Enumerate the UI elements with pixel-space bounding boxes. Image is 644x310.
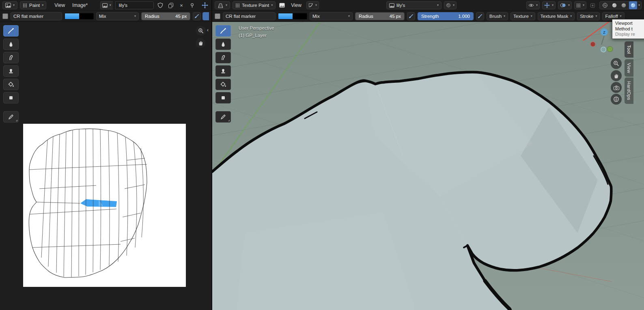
- tool-soften[interactable]: [3, 39, 19, 50]
- brush-color-swatches[interactable]: [278, 13, 307, 19]
- gizmo-y-ball[interactable]: [601, 47, 606, 52]
- strength-slider[interactable]: Strength 1.000: [418, 12, 474, 20]
- radius-pressure-toggle[interactable]: [193, 12, 201, 20]
- tool-mask[interactable]: [215, 92, 231, 103]
- tool-draw[interactable]: [3, 25, 19, 37]
- mask-icon: [220, 95, 226, 101]
- camera-view-icon[interactable]: [611, 82, 622, 93]
- image-editor-header: ▾ Paint ▾ View Image* ▾ lily's ×: [0, 0, 211, 11]
- primary-color-swatch[interactable]: [65, 13, 79, 19]
- tool-soften[interactable]: [215, 39, 231, 50]
- sphere-falloff-dropdown[interactable]: ▾: [444, 1, 457, 9]
- object-visibility-dropdown[interactable]: ▾: [526, 1, 540, 9]
- paint-image-dropdown[interactable]: lily's ▾: [386, 1, 442, 9]
- viewport-region[interactable]: User Perspective (1) GP_Layer Z: [212, 22, 644, 310]
- zoom-icon[interactable]: [611, 58, 622, 69]
- menu-image[interactable]: Image*: [70, 2, 90, 9]
- tool-annotate[interactable]: [215, 111, 231, 123]
- secondary-color-swatch[interactable]: [79, 13, 93, 19]
- brush-datablock-swatch[interactable]: [215, 13, 220, 19]
- texture-pattern-dropdown[interactable]: ▾: [574, 1, 586, 9]
- pan-hand-icon[interactable]: [611, 70, 622, 81]
- texture-slot-icon-button[interactable]: [278, 1, 286, 9]
- tool-annotate[interactable]: [3, 111, 19, 123]
- falloff-shape-dropdown[interactable]: ▾: [306, 1, 319, 9]
- gizmos-toggle-dropdown[interactable]: ▾: [542, 1, 556, 9]
- caret-icon: ▾: [583, 4, 584, 7]
- tool-clone[interactable]: [215, 65, 231, 77]
- strength-slider-clipped[interactable]: [202, 12, 209, 20]
- solid-shading-button[interactable]: [610, 1, 618, 9]
- pan-hand-icon[interactable]: [196, 38, 205, 48]
- tool-mask[interactable]: [3, 92, 19, 103]
- tool-clone[interactable]: [3, 65, 19, 77]
- image-name-field[interactable]: lily's: [115, 1, 154, 9]
- caret-icon: ▾: [13, 4, 15, 7]
- zoom-icon[interactable]: [196, 26, 206, 36]
- sidebar-collapse-chevron[interactable]: ‹: [207, 27, 209, 33]
- radius-slider[interactable]: Radius 45 px: [355, 12, 405, 20]
- paint-mode-dropdown[interactable]: Paint ▾: [20, 1, 46, 9]
- tool-fill[interactable]: [3, 79, 19, 90]
- sidebar-tab-hardops[interactable]: HardOps: [625, 78, 633, 104]
- caret-icon: ▾: [271, 4, 273, 7]
- fake-user-button[interactable]: [156, 1, 164, 9]
- gizmo-y-neg-ball[interactable]: [607, 46, 613, 52]
- droplet-icon: [220, 41, 226, 47]
- brush-datablock-swatch[interactable]: [2, 13, 8, 19]
- caret-icon: ▾: [552, 4, 554, 7]
- strength-value: 1.000: [458, 14, 470, 19]
- smear-icon: [220, 54, 226, 61]
- new-image-button[interactable]: [167, 1, 175, 9]
- blend-mode-dropdown[interactable]: Mix ▾: [310, 12, 353, 20]
- tool-fill[interactable]: [215, 79, 231, 90]
- brush-name-button[interactable]: CR flat marker: [223, 12, 276, 20]
- tool-smear[interactable]: [215, 52, 231, 63]
- menu-view[interactable]: View: [52, 2, 67, 9]
- sidebar-tab-view[interactable]: View: [625, 59, 633, 77]
- editor-type-button[interactable]: ▾: [2, 1, 17, 9]
- blend-mode-label: Mix: [312, 14, 320, 19]
- material-shading-button[interactable]: [620, 1, 628, 9]
- bucket-icon: [220, 81, 226, 88]
- texture-dots-icon: [23, 3, 27, 8]
- brush-color-swatches[interactable]: [65, 13, 94, 19]
- caret-icon: ▾: [110, 4, 111, 7]
- xray-toggle[interactable]: [589, 1, 597, 9]
- blend-mode-dropdown[interactable]: Mix ▾: [96, 12, 139, 20]
- brush-popover[interactable]: Brush ▾: [487, 12, 508, 20]
- tool-draw[interactable]: [215, 25, 231, 37]
- overlays-toggle-dropdown[interactable]: ▾: [558, 1, 572, 9]
- wireframe-shading-button[interactable]: [601, 1, 609, 9]
- sidebar-tab-tool[interactable]: Tool: [625, 41, 633, 58]
- gizmos-arrows-icon[interactable]: [201, 1, 209, 9]
- brush-name-button[interactable]: CR flat marker: [11, 12, 62, 20]
- radius-slider[interactable]: Radius 45 px: [141, 12, 190, 20]
- primary-color-swatch[interactable]: [278, 13, 293, 19]
- tool-smear[interactable]: [3, 52, 19, 63]
- texture-mask-popover[interactable]: Texture Mask ▾: [538, 12, 575, 20]
- viewport-tool-settings: CR flat marker Mix ▾ Radius 45 px Streng…: [212, 11, 644, 22]
- menu-view[interactable]: View: [289, 2, 304, 9]
- viewport-canvas[interactable]: [212, 22, 644, 310]
- image-browse-button[interactable]: ▾: [100, 1, 113, 9]
- texture-dots-icon: [235, 3, 240, 8]
- viewport-header: ▾ Texture Paint ▾ View ▾ lily's ▾: [212, 0, 644, 11]
- blend-mode-label: Mix: [99, 14, 106, 19]
- secondary-color-swatch[interactable]: [293, 13, 307, 19]
- image-editor-region[interactable]: ‹: [0, 22, 211, 310]
- stroke-popover[interactable]: Stroke ▾: [577, 12, 600, 20]
- ortho-grid-icon[interactable]: [611, 94, 622, 105]
- mode-dropdown[interactable]: Texture Paint ▾: [233, 1, 276, 9]
- texture-popover[interactable]: Texture ▾: [510, 12, 535, 20]
- gizmo-x-ball[interactable]: [590, 42, 595, 47]
- rendered-shading-button[interactable]: [629, 1, 637, 9]
- editor-type-button[interactable]: ▾: [215, 1, 230, 9]
- strength-pressure-toggle[interactable]: [476, 12, 484, 20]
- unlink-button[interactable]: ×: [177, 1, 185, 9]
- image-icon: [389, 3, 394, 8]
- pin-button[interactable]: [188, 1, 196, 9]
- image-canvas[interactable]: [23, 124, 186, 287]
- caret-icon: ▾: [437, 4, 439, 7]
- radius-pressure-toggle[interactable]: [407, 12, 415, 20]
